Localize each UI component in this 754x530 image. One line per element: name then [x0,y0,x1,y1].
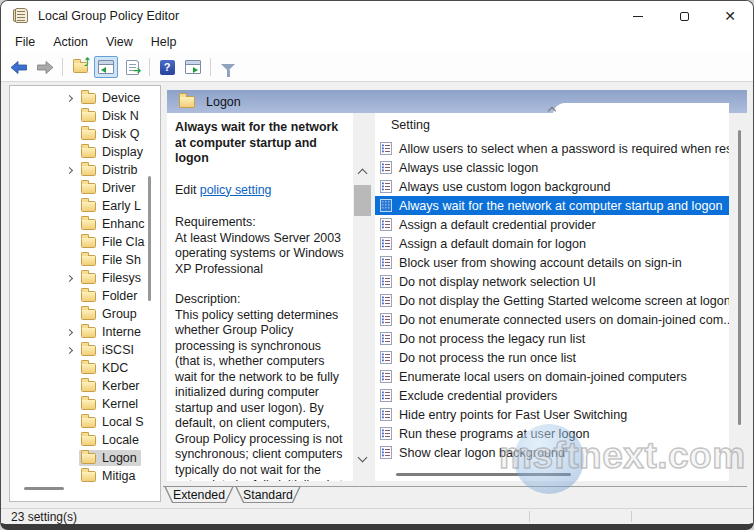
setting-row[interactable]: Assign a default domain for logon [375,234,729,253]
tree-horizontal-scrollbar[interactable] [24,487,64,490]
chevron-right-icon[interactable] [66,328,73,335]
show-console-tree-button[interactable] [94,56,118,78]
setting-row[interactable]: Show clear logon background [375,443,729,462]
filter-button[interactable] [216,56,240,78]
title-bar[interactable]: Local Group Policy Editor ✕ [1,1,753,31]
tree-item-kdc[interactable]: KDC [10,359,160,377]
setting-row[interactable]: Do not process the run once list [375,348,729,367]
scroll-up-icon[interactable] [358,169,368,179]
tree-item-group[interactable]: Group [10,305,160,323]
help-icon: ? [160,60,175,75]
setting-row[interactable]: Allow users to select when a password is… [375,139,729,158]
edit-prefix: Edit [175,183,200,197]
menu-bar: File Action View Help [1,31,753,53]
minimize-button[interactable] [615,1,661,31]
close-button[interactable]: ✕ [707,1,753,31]
tree-item-folder[interactable]: Folder [10,287,160,305]
setting-row[interactable]: Do not enumerate connected users on doma… [375,310,729,329]
tab-standard[interactable]: Standard [235,486,301,503]
chevron-right-icon[interactable] [66,94,73,101]
export-list-button[interactable]: ➔ [120,56,144,78]
tree-item-kernel[interactable]: Kernel [10,395,160,413]
description-block: Description: This policy setting determi… [175,292,347,481]
setting-row[interactable]: Do not display network selection UI [375,272,729,291]
tree-item-disk-n[interactable]: Disk N [10,107,160,125]
tree-item-label: Mitiga [102,469,135,483]
tree-item-filesys[interactable]: Filesys [10,269,160,287]
requirements-label: Requirements: [175,215,347,231]
tree-item-label: Logon [102,451,137,465]
setting-row[interactable]: Exclude credential providers [375,386,729,405]
menu-view[interactable]: View [97,33,142,51]
tree-item-body: File Sh [79,252,145,268]
setting-column-header[interactable]: Setting [375,113,729,139]
tree-item-enhanc[interactable]: Enhanc [10,215,160,233]
tree-item-file-sh[interactable]: File Sh [10,251,160,269]
chevron-right-icon[interactable] [66,346,73,353]
tree-item-locale[interactable]: Locale [10,431,160,449]
help-button[interactable]: ? [155,56,179,78]
folder-icon [81,255,96,266]
scroll-down-icon[interactable] [358,453,368,463]
tree-item-disk-q[interactable]: Disk Q [10,125,160,143]
show-action-pane-icon [185,60,201,74]
forward-button[interactable] [33,56,57,78]
tree-item-device[interactable]: Device [10,89,160,107]
tree-item-local-s[interactable]: Local S [10,413,160,431]
setting-label: Always wait for the network at computer … [399,199,722,213]
setting-row[interactable]: Always use classic logon [375,158,729,177]
scrollbar-thumb[interactable] [354,185,371,216]
tree-item-label: Interne [102,325,141,339]
tree-item-label: Kerber [102,379,140,393]
setting-row[interactable]: Enumerate local users on domain-joined c… [375,367,729,386]
list-vertical-scrollbar[interactable] [738,130,741,425]
tree-item-driver[interactable]: Driver [10,179,160,197]
console-tree-panel: DeviceDisk NDisk QDisplayDistribDriverEa… [9,85,161,502]
tree-item-early-l[interactable]: Early L [10,197,160,215]
setting-row[interactable]: Do not process the legacy run list [375,329,729,348]
list-vertical-scrollbar-track[interactable] [729,113,747,481]
setting-label: Do not display network selection UI [399,275,596,289]
show-action-pane-button[interactable] [181,56,205,78]
tree-item-interne[interactable]: Interne [10,323,160,341]
status-text: 23 setting(s) [11,510,77,524]
menu-help[interactable]: Help [142,33,186,51]
tree-vertical-scrollbar[interactable] [148,176,151,301]
tab-extended[interactable]: Extended [164,486,234,503]
tree-item-mitiga[interactable]: Mitiga [10,467,160,485]
tree-item-label: KDC [102,361,128,375]
tree-item-iscsi[interactable]: iSCSI [10,341,160,359]
chevron-right-icon[interactable] [66,166,73,173]
settings-list-panel: Setting Allow users to select when a pas… [375,113,729,481]
folder-icon [81,201,96,212]
tree-item-file-cla[interactable]: File Cla [10,233,160,251]
tree-item-logon[interactable]: Logon [10,449,160,467]
policy-setting-link[interactable]: policy setting [200,183,272,197]
policy-setting-icon [380,237,393,251]
setting-row[interactable]: Always use custom logon background [375,177,729,196]
tree-item-kerber[interactable]: Kerber [10,377,160,395]
setting-label: Show clear logon background [399,446,565,460]
tree-item-distrib[interactable]: Distrib [10,161,160,179]
policy-setting-icon [380,161,393,175]
list-horizontal-scrollbar[interactable] [396,473,571,476]
folder-icon [81,291,96,302]
tree-item-display[interactable]: Display [10,143,160,161]
tree-item-label: Early L [102,199,141,213]
setting-label: Enumerate local users on domain-joined c… [399,370,687,384]
maximize-button[interactable] [661,1,707,31]
setting-row[interactable]: Run these programs at user logon [375,424,729,443]
setting-row[interactable]: Block user from showing account details … [375,253,729,272]
back-button[interactable] [7,56,31,78]
menu-action[interactable]: Action [44,33,97,51]
description-scrollbar[interactable] [353,163,372,468]
folder-icon [81,183,96,194]
menu-file[interactable]: File [6,33,44,51]
up-one-level-button[interactable]: ⤴ [68,56,92,78]
setting-row[interactable]: Hide entry points for Fast User Switchin… [375,405,729,424]
setting-row[interactable]: Do not display the Getting Started welco… [375,291,729,310]
tree-item-body: Folder [79,288,141,304]
setting-row[interactable]: Assign a default credential provider [375,215,729,234]
chevron-right-icon[interactable] [66,274,73,281]
setting-row[interactable]: Always wait for the network at computer … [375,196,729,215]
